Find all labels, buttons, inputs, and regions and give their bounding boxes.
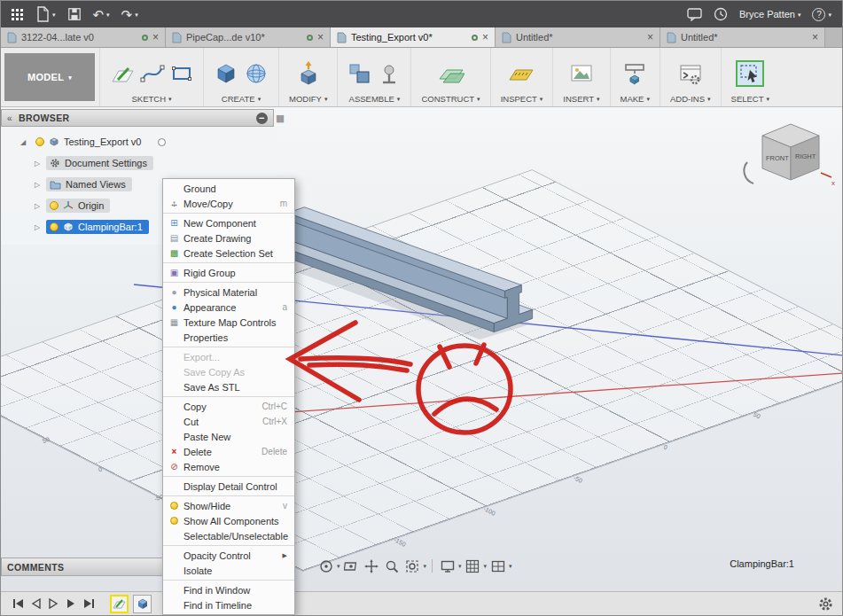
pan-button[interactable] — [363, 557, 381, 575]
view-cube[interactable]: FRONT RIGHT x — [743, 114, 839, 196]
menu-item-ground[interactable]: Ground — [163, 181, 294, 196]
group-label-sketch[interactable]: SKETCH▾ — [131, 94, 171, 104]
menu-item-create-selection-set[interactable]: ▩Create Selection Set — [163, 246, 294, 261]
viewcube-front-label[interactable]: FRONT — [766, 154, 789, 162]
group-label-modify[interactable]: MODIFY▾ — [289, 94, 327, 104]
menu-item-physical-material[interactable]: ●Physical Material — [163, 285, 294, 300]
menu-item-find-in-window[interactable]: Find in Window — [163, 582, 294, 597]
visibility-bulb-icon[interactable] — [35, 137, 44, 146]
timeline-go-to-end-button[interactable] — [80, 595, 98, 612]
orbit-arc-icon[interactable] — [744, 162, 753, 183]
timeline-go-to-start-button[interactable] — [9, 595, 27, 612]
3d-print-icon[interactable] — [622, 62, 647, 85]
caret-down-icon[interactable]: ▾ — [484, 563, 488, 569]
group-label-select[interactable]: SELECT▾ — [731, 94, 769, 104]
collapse-panel-icon[interactable]: « — [7, 113, 12, 123]
fit-button[interactable] — [403, 557, 422, 575]
menu-item-cut[interactable]: CutCtrl+X — [163, 414, 294, 429]
timeline-feature-sketch-highlighted[interactable] — [110, 595, 129, 613]
menu-item-selectable-unselectable[interactable]: Selectable/Unselectable — [163, 528, 294, 543]
menu-item-create-drawing[interactable]: ▤Create Drawing — [163, 230, 294, 246]
look-at-button[interactable] — [342, 557, 361, 575]
extrude-box-icon[interactable] — [214, 61, 238, 86]
menu-item-texture-map-controls[interactable]: ▦Texture Map Controls — [163, 315, 294, 330]
expander-closed-icon[interactable]: ▷ — [35, 160, 46, 168]
expander-closed-icon[interactable]: ▷ — [35, 202, 46, 210]
group-label-addins[interactable]: ADD-INS▾ — [670, 94, 711, 104]
expander-open-icon[interactable]: ◢ — [20, 138, 32, 146]
select-cursor-icon[interactable] — [738, 63, 761, 84]
measure-ruler-icon[interactable] — [508, 62, 535, 85]
timeline-step-forward-button[interactable] — [62, 595, 80, 612]
expander-closed-icon[interactable]: ▷ — [35, 223, 46, 231]
tree-row-root[interactable]: ◢ Testing_Export v0 — [1, 131, 277, 152]
menu-item-rigid-group[interactable]: ▣Rigid Group — [163, 265, 294, 280]
activate-component-radio[interactable] — [158, 138, 166, 146]
comments-button[interactable] — [687, 8, 702, 21]
timeline-options-gear-button[interactable] — [816, 595, 834, 612]
timeline-step-back-button[interactable] — [27, 595, 44, 612]
display-settings-button[interactable] — [438, 557, 457, 575]
group-label-assemble[interactable]: ASSEMBLE▾ — [349, 94, 401, 104]
press-pull-icon[interactable] — [296, 61, 321, 86]
viewports-button[interactable] — [488, 557, 507, 575]
insert-image-icon[interactable] — [569, 62, 594, 85]
help-button[interactable]: ? ▾ — [812, 8, 831, 21]
file-menu-button[interactable]: ▾ — [36, 6, 56, 22]
app-grid-icon[interactable] — [12, 9, 14, 12]
caret-down-icon[interactable]: ▾ — [424, 563, 427, 569]
joint-icon[interactable] — [378, 61, 401, 86]
document-tab-active[interactable]: Testing_Export v0* × — [331, 27, 496, 47]
create-sketch-icon[interactable] — [110, 62, 135, 85]
panel-drag-grip[interactable]: ▮▮ — [276, 110, 285, 126]
visibility-bulb-icon[interactable] — [50, 201, 59, 210]
timeline-feature-extrude[interactable] — [133, 595, 152, 613]
group-label-inspect[interactable]: INSPECT▾ — [501, 94, 543, 104]
document-tab[interactable]: Untitled* × — [496, 27, 660, 47]
components-icon[interactable] — [347, 61, 372, 86]
rectangle-tool-icon[interactable] — [170, 62, 193, 85]
close-icon[interactable]: × — [482, 32, 488, 43]
job-status-button[interactable] — [714, 7, 728, 21]
menu-item-delete[interactable]: ×DeleteDelete — [163, 444, 294, 459]
timeline-play-button[interactable] — [44, 595, 62, 612]
scripts-addins-icon[interactable] — [678, 62, 703, 85]
close-icon[interactable]: × — [812, 32, 818, 43]
workspace-switcher[interactable]: MODEL ▾ — [4, 53, 95, 101]
save-button[interactable] — [67, 7, 82, 21]
group-label-insert[interactable]: INSERT▾ — [563, 94, 599, 104]
menu-item-find-in-timeline[interactable]: Find in Timeline — [163, 597, 294, 612]
menu-item-remove[interactable]: ⊘Remove — [163, 459, 294, 474]
viewcube-right-label[interactable]: RIGHT — [795, 152, 816, 160]
document-tab[interactable]: 3122-04...late v0 × — [1, 27, 166, 47]
caret-down-icon[interactable]: ▾ — [509, 563, 512, 569]
undo-button[interactable]: ↶ ▾ — [93, 8, 110, 21]
menu-item-copy[interactable]: CopyCtrl+C — [163, 399, 294, 414]
menu-item-show-all-components[interactable]: Show All Components — [163, 513, 294, 528]
close-icon[interactable]: × — [647, 32, 653, 43]
minimize-circle-icon[interactable]: − — [256, 113, 268, 124]
menu-item-paste-new[interactable]: Paste New — [163, 429, 294, 444]
orbit-button[interactable] — [316, 557, 335, 575]
menu-item-opacity-control[interactable]: Opacity Control▶ — [163, 548, 294, 563]
user-account-button[interactable]: Bryce Patten ▾ — [739, 9, 801, 19]
browser-header[interactable]: « BROWSER − — [1, 109, 274, 127]
menu-item-new-component[interactable]: ⊞New Component — [163, 215, 294, 230]
menu-item-show-hide[interactable]: Show/Hidev — [163, 498, 294, 513]
close-icon[interactable]: × — [152, 32, 159, 43]
web-globe-icon[interactable] — [244, 61, 269, 86]
group-label-create[interactable]: CREATE▾ — [222, 94, 261, 104]
menu-item-isolate[interactable]: Isolate — [163, 563, 294, 578]
menu-item-appearance[interactable]: ●Appearancea — [163, 300, 294, 315]
zoom-button[interactable] — [383, 557, 402, 575]
caret-down-icon[interactable]: ▾ — [458, 563, 462, 569]
spline-icon[interactable] — [140, 62, 165, 85]
group-label-make[interactable]: MAKE▾ — [621, 94, 650, 104]
menu-item-save-as-stl[interactable]: Save As STL — [163, 379, 294, 394]
group-label-construct[interactable]: CONSTRUCT▾ — [421, 94, 480, 104]
document-tab[interactable]: Untitled* × — [660, 27, 825, 47]
grid-snap-button[interactable] — [464, 557, 482, 575]
visibility-bulb-icon[interactable] — [50, 222, 59, 231]
redo-button[interactable]: ↷ ▾ — [121, 8, 138, 21]
tree-row-document-settings[interactable]: ▷ Document Settings — [1, 152, 277, 174]
